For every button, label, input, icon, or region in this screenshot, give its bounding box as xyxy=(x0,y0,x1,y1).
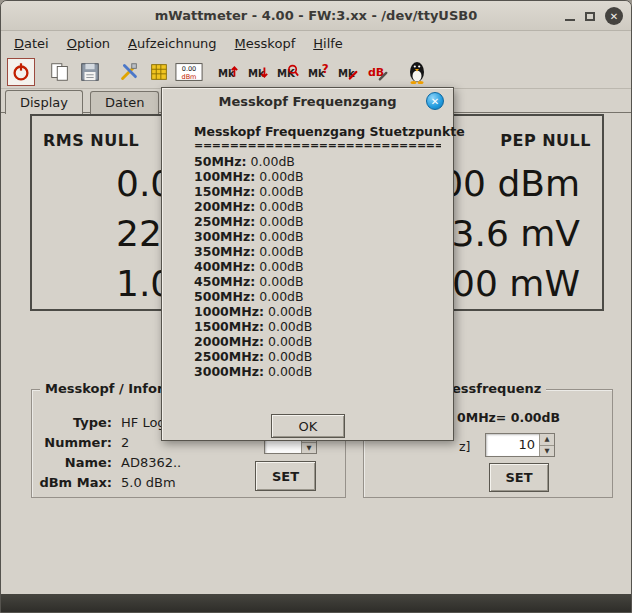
freq-row: 150MHz:0.00dB xyxy=(194,184,445,199)
menubar: Datei Option Aufzeichnung Messkopf Hilfe xyxy=(1,31,631,55)
db-edit-button[interactable]: dB xyxy=(364,58,392,86)
freq-row: 300MHz:0.00dB xyxy=(194,229,445,244)
spinner-arrows: ▲ ▼ xyxy=(539,434,554,456)
minimize-icon[interactable] xyxy=(565,12,575,21)
table-icon xyxy=(148,61,170,83)
nummer-value: 2 xyxy=(112,435,129,450)
menu-datei[interactable]: Datei xyxy=(5,33,58,54)
info-row-name: Name: AD8362.. xyxy=(32,452,181,472)
save-button[interactable] xyxy=(76,58,104,86)
save-icon xyxy=(79,61,101,83)
type-value: HF Log xyxy=(112,415,166,430)
db-edit-icon: dB xyxy=(366,61,390,83)
frequency-correction-text: 0MHz= 0.00dB xyxy=(457,410,560,425)
window-title: mWattmeter - 4.00 - FW:3.xx - /dev/ttyUS… xyxy=(1,1,631,30)
meter-display-button[interactable]: 0.00 dBm xyxy=(175,58,203,86)
messkopf-info-rows: Type: HF Log Nummer: 2 Name: AD8362.. dB… xyxy=(32,412,181,492)
power-button[interactable] xyxy=(7,58,35,86)
freq-row: 1500MHz:0.00dB xyxy=(194,319,445,334)
spin-down-icon[interactable]: ▼ xyxy=(540,446,554,457)
ok-button[interactable]: OK xyxy=(271,414,345,438)
svg-text:Mk: Mk xyxy=(248,67,265,78)
copy-icon xyxy=(49,61,71,83)
dialog-close-icon[interactable]: ✕ xyxy=(426,92,444,110)
dialog-heading: Messkopf Frequenzgang Stuetzpunkte xyxy=(194,124,445,139)
app-window: mWattmeter - 4.00 - FW:3.xx - /dev/ttyUS… xyxy=(0,0,632,613)
window-controls: ✕ xyxy=(565,1,623,31)
messkopf-down-icon: Mk xyxy=(246,61,270,83)
spin-down-icon[interactable]: ▼ xyxy=(302,443,316,453)
titlebar[interactable]: mWattmeter - 4.00 - FW:3.xx - /dev/ttyUS… xyxy=(1,1,631,31)
tab-daten[interactable]: Daten xyxy=(90,91,159,114)
messkopf-set-button[interactable]: SET xyxy=(255,461,316,491)
freq-row: 2000MHz:0.00dB xyxy=(194,334,445,349)
svg-text:dBm: dBm xyxy=(182,72,197,80)
messkopf-up-button[interactable]: Mk xyxy=(214,58,242,86)
freq-row: 350MHz:0.00dB xyxy=(194,244,445,259)
frequency-value: 10 xyxy=(486,434,539,456)
messkopf-search-button[interactable]: MK xyxy=(274,58,302,86)
dbm-max-label: dBm Max: xyxy=(32,475,112,490)
dialog-body: Messkopf Frequenzgang Stuetzpunkte =====… xyxy=(194,124,445,379)
freq-row: 450MHz:0.00dB xyxy=(194,274,445,289)
freq-row: 3000MHz:0.00dB xyxy=(194,364,445,379)
freq-row: 250MHz:0.00dB xyxy=(194,214,445,229)
linux-button[interactable] xyxy=(403,58,431,86)
name-label: Name: xyxy=(32,455,112,470)
info-row-nummer: Nummer: 2 xyxy=(32,432,181,452)
pep-null-header: PEP NULL xyxy=(500,131,591,150)
freq-row: 200MHz:0.00dB xyxy=(194,199,445,214)
maximize-icon[interactable] xyxy=(585,12,595,21)
statusbar xyxy=(1,594,631,612)
freq-row: 400MHz:0.00dB xyxy=(194,259,445,274)
freq-row: 50MHz:0.00dB xyxy=(194,154,445,169)
messkopf-up-icon: Mk xyxy=(216,61,240,83)
menu-option[interactable]: Option xyxy=(58,33,119,54)
info-row-type: Type: HF Log xyxy=(32,412,181,432)
messkopf-edit-icon: Mk xyxy=(336,61,360,83)
dialog-title: Messkopf Frequenzgang xyxy=(162,88,453,115)
toolbar: 0.00 dBm Mk Mk MK Mk xyxy=(1,55,631,89)
messkopf-query-icon: Mk ? xyxy=(306,61,330,83)
messkopf-down-button[interactable]: Mk xyxy=(244,58,272,86)
menu-hilfe[interactable]: Hilfe xyxy=(304,33,352,54)
nummer-label: Nummer: xyxy=(32,435,112,450)
tools-icon xyxy=(118,61,140,83)
tools-button[interactable] xyxy=(115,58,143,86)
dbm-max-value: 5.0 dBm xyxy=(112,475,176,490)
rms-null-header: RMS NULL xyxy=(43,131,139,150)
frequenzgang-dialog: Messkopf Frequenzgang ✕ Messkopf Frequen… xyxy=(161,87,454,441)
frequency-spinner[interactable]: 10 ▲ ▼ xyxy=(485,433,555,457)
svg-text:?: ? xyxy=(322,61,329,75)
info-row-dbm-max: dBm Max: 5.0 dBm xyxy=(32,472,181,492)
spin-up-icon[interactable]: ▲ xyxy=(540,434,554,446)
name-value: AD8362.. xyxy=(112,455,181,470)
dialog-titlebar[interactable]: Messkopf Frequenzgang ✕ xyxy=(162,88,453,115)
tab-display[interactable]: Display xyxy=(5,90,83,114)
meter-display-icon: 0.00 dBm xyxy=(175,61,203,83)
dialog-separator: ================================== xyxy=(194,139,441,154)
power-icon xyxy=(10,61,32,83)
close-icon[interactable]: ✕ xyxy=(605,7,623,25)
messkopf-search-icon: MK xyxy=(276,61,300,83)
freq-row: 100MHz:0.00dB xyxy=(194,169,445,184)
frequency-set-button[interactable]: SET xyxy=(489,463,549,492)
freq-row: 1000MHz:0.00dB xyxy=(194,304,445,319)
menu-messkopf[interactable]: Messkopf xyxy=(226,33,305,54)
type-label: Type: xyxy=(32,415,112,430)
freq-row: 500MHz:0.00dB xyxy=(194,289,445,304)
frequency-unit-fragment: z] xyxy=(459,439,470,454)
table-button[interactable] xyxy=(145,58,173,86)
copy-button[interactable] xyxy=(46,58,74,86)
penguin-icon xyxy=(407,60,427,84)
messkopf-query-button[interactable]: Mk ? xyxy=(304,58,332,86)
menu-aufzeichnung[interactable]: Aufzeichnung xyxy=(119,33,226,54)
messkopf-edit-button[interactable]: Mk xyxy=(334,58,362,86)
freq-row: 2500MHz:0.00dB xyxy=(194,349,445,364)
